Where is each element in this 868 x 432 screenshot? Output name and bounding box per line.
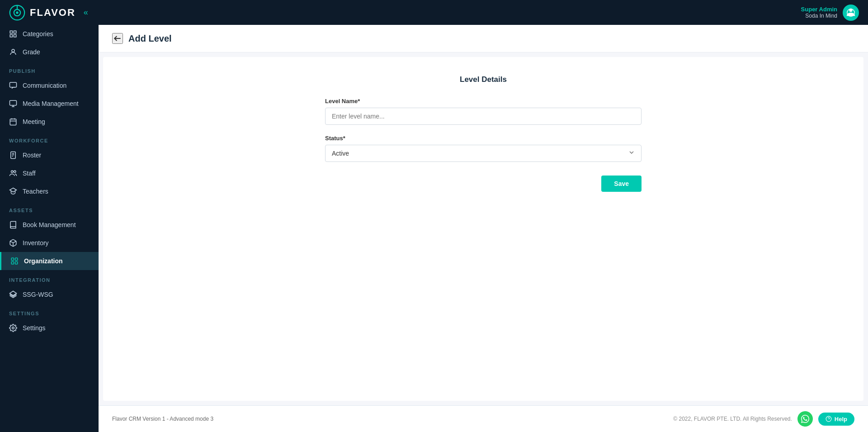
svg-point-2 <box>16 11 18 14</box>
sidebar-label-media-management: Media Management <box>23 100 79 107</box>
svg-point-10 <box>12 49 14 52</box>
svg-rect-30 <box>15 262 18 264</box>
svg-rect-9 <box>14 35 16 37</box>
status-label: Status* <box>325 135 642 142</box>
sidebar-label-ssg-wsg: SSG-WSG <box>23 291 53 298</box>
whatsapp-button[interactable] <box>797 411 813 427</box>
logo-icon <box>9 5 25 21</box>
top-header: FLAVOR « Super Admin Soda In Mind <box>0 0 868 25</box>
svg-point-32 <box>12 327 14 329</box>
sidebar-item-organization[interactable]: Organization <box>0 252 99 270</box>
user-icon <box>9 48 17 56</box>
user-area: Super Admin Soda In Mind <box>801 5 859 21</box>
logo-area: FLAVOR « <box>9 5 88 21</box>
user-avatar[interactable] <box>843 5 859 21</box>
sidebar-item-teachers[interactable]: Teachers <box>0 182 99 200</box>
sidebar: Categories Grade PUBLISH Communication <box>0 25 99 432</box>
svg-rect-7 <box>14 31 16 33</box>
footer-copyright: © 2022, FLAVOR PTE. LTD. All Rights Rese… <box>673 416 792 422</box>
sidebar-item-staff[interactable]: Staff <box>0 164 99 182</box>
sidebar-item-categories[interactable]: Categories <box>0 25 99 43</box>
sidebar-item-ssg-wsg[interactable]: SSG-WSG <box>0 285 99 304</box>
book-icon <box>9 221 17 229</box>
sidebar-item-roster[interactable]: Roster <box>0 146 99 164</box>
sidebar-label-roster: Roster <box>23 152 41 159</box>
back-button[interactable] <box>112 33 123 44</box>
sidebar-label-inventory: Inventory <box>23 239 49 247</box>
section-workforce: WORKFORCE <box>0 131 99 146</box>
sidebar-label-grade: Grade <box>23 48 40 56</box>
content-area: Add Level Level Details Level Name* Stat… <box>99 25 868 432</box>
calendar-icon <box>9 118 17 126</box>
sidebar-label-staff: Staff <box>23 170 36 177</box>
main-layout: Categories Grade PUBLISH Communication <box>0 25 868 432</box>
svg-point-24 <box>14 171 16 173</box>
level-name-input[interactable] <box>325 108 642 125</box>
section-integration: INTEGRATION <box>0 270 99 285</box>
save-button[interactable]: Save <box>601 176 642 192</box>
mortarboard-icon <box>9 187 17 195</box>
logo-text: FLAVOR <box>30 7 75 19</box>
form-group-status: Status* Active Inactive <box>325 135 642 162</box>
user-org: Soda In Mind <box>801 13 837 19</box>
chat-icon <box>9 81 17 90</box>
building-icon <box>10 257 19 265</box>
svg-rect-11 <box>10 82 17 87</box>
status-select[interactable]: Active Inactive <box>325 145 642 162</box>
form-section-title: Level Details <box>325 75 642 84</box>
sidebar-label-book-management: Book Management <box>23 221 76 228</box>
page-title: Add Level <box>128 33 172 44</box>
sidebar-item-communication[interactable]: Communication <box>0 76 99 95</box>
sidebar-item-inventory[interactable]: Inventory <box>0 234 99 252</box>
sidebar-item-media-management[interactable]: Media Management <box>0 95 99 113</box>
status-select-wrapper: Active Inactive <box>325 145 642 162</box>
form-group-level-name: Level Name* <box>325 98 642 125</box>
svg-rect-27 <box>11 258 14 260</box>
people-icon <box>9 169 17 177</box>
box-icon <box>9 239 17 247</box>
user-icon <box>846 8 856 18</box>
sidebar-item-book-management[interactable]: Book Management <box>0 216 99 234</box>
help-button[interactable]: Help <box>818 413 854 426</box>
page-content: Level Details Level Name* Status* Active… <box>103 57 863 401</box>
help-label: Help <box>835 416 847 423</box>
sidebar-label-categories: Categories <box>23 30 53 38</box>
sidebar-label-teachers: Teachers <box>23 188 48 195</box>
svg-rect-6 <box>10 31 12 33</box>
footer-right: © 2022, FLAVOR PTE. LTD. All Rights Rese… <box>673 411 854 427</box>
grid-icon <box>9 30 17 38</box>
user-info: Super Admin Soda In Mind <box>801 6 837 19</box>
sidebar-label-organization: Organization <box>24 257 63 265</box>
sidebar-item-settings[interactable]: Settings <box>0 319 99 337</box>
footer: Flavor CRM Version 1 - Advanced mode 3 ©… <box>99 405 868 432</box>
layers-icon <box>9 290 17 299</box>
back-arrow-icon <box>113 34 122 43</box>
section-assets: ASSETS <box>0 200 99 216</box>
clipboard-icon <box>9 151 17 159</box>
page-header: Add Level <box>99 25 868 52</box>
form-actions: Save <box>325 176 642 192</box>
section-publish: PUBLISH <box>0 61 99 76</box>
svg-rect-8 <box>10 35 12 37</box>
svg-point-23 <box>11 171 14 173</box>
user-role: Super Admin <box>801 6 837 13</box>
collapse-button[interactable]: « <box>84 8 88 17</box>
section-settings: SETTINGS <box>0 304 99 319</box>
footer-version: Flavor CRM Version 1 - Advanced mode 3 <box>112 416 213 422</box>
svg-rect-28 <box>15 258 18 260</box>
svg-rect-12 <box>10 100 17 105</box>
sidebar-label-meeting: Meeting <box>23 118 45 125</box>
gear-icon <box>9 324 17 332</box>
sidebar-item-meeting[interactable]: Meeting <box>0 113 99 131</box>
sidebar-item-grade[interactable]: Grade <box>0 43 99 61</box>
svg-rect-15 <box>10 119 16 125</box>
svg-rect-29 <box>11 262 14 264</box>
monitor-icon <box>9 100 17 108</box>
sidebar-label-settings: Settings <box>23 324 46 332</box>
whatsapp-icon <box>801 415 809 423</box>
form-container: Level Details Level Name* Status* Active… <box>325 75 642 192</box>
help-icon <box>826 416 832 422</box>
sidebar-label-communication: Communication <box>23 82 66 89</box>
level-name-label: Level Name* <box>325 98 642 104</box>
